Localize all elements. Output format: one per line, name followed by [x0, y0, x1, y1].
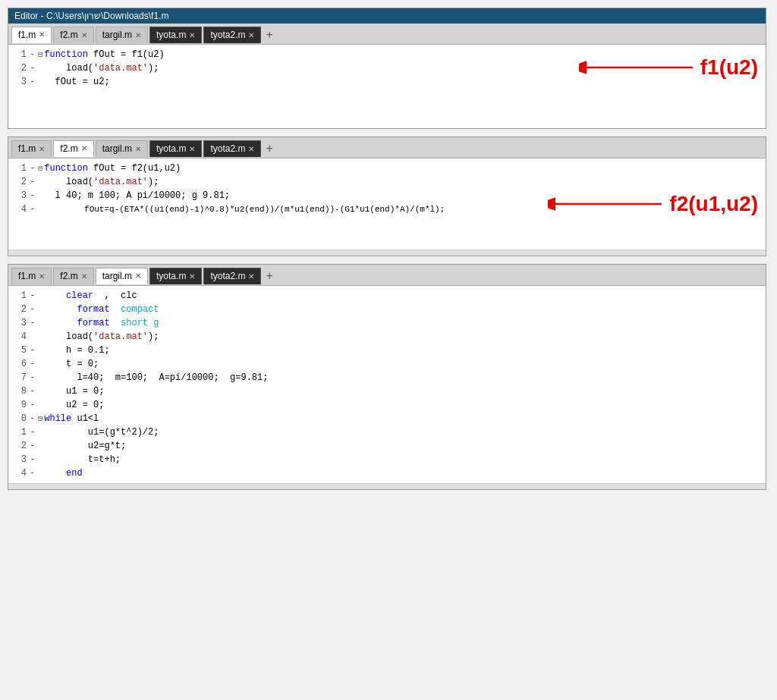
code-line: 7 - l=40; m=100; A=pi/10000; g=9.81; — [8, 371, 766, 385]
add-tab-button-1[interactable]: + — [263, 28, 275, 42]
tab-close-icon[interactable]: ✕ — [135, 145, 141, 153]
tab-close-icon[interactable]: ✕ — [248, 145, 254, 153]
tab-label: tyota.m — [156, 271, 186, 281]
tab-tyotam-1[interactable]: tyota.m ✕ — [149, 27, 202, 43]
tab-label: tyota2.m — [210, 271, 245, 281]
tab-label: f2.m — [60, 143, 77, 154]
annotation-label-1: f1(u2) — [700, 55, 758, 80]
tab-close-icon[interactable]: ✕ — [248, 272, 254, 281]
code-area-1: 1 - ⊟ function fOut = f1(u2) 2 - load('d… — [8, 45, 766, 128]
tab-label: tyota.m — [156, 30, 186, 40]
tab-f1m-1[interactable]: f1.m ✕ — [11, 27, 52, 43]
tab-f1m-3[interactable]: f1.m ✕ — [11, 268, 52, 284]
title-bar-1: Editor - C:\Users\שרון\Downloads\f1.m — [8, 8, 766, 24]
code-line: 4 load('data.mat'); — [8, 330, 766, 344]
title-text-1: Editor - C:\Users\שרון\Downloads\f1.m — [14, 11, 168, 21]
tab-tyota2m-1[interactable]: tyota2.m ✕ — [203, 27, 261, 43]
tab-label: tyota2.m — [210, 143, 245, 154]
tab-targilm-1[interactable]: targil.m ✕ — [96, 27, 148, 43]
tab-f1m-2[interactable]: f1.m ✕ — [11, 140, 52, 157]
tab-f2m-1[interactable]: f2.m ✕ — [53, 27, 93, 43]
tab-close-icon[interactable]: ✕ — [81, 272, 87, 281]
tab-tyota2m-3[interactable]: tyota2.m ✕ — [203, 268, 261, 284]
code-line: 0 - ⊟ while u1<l — [8, 412, 766, 425]
tab-close-icon[interactable]: ✕ — [135, 31, 141, 39]
scrollbar-3[interactable] — [8, 483, 766, 489]
tab-tyotam-2[interactable]: tyota.m ✕ — [149, 140, 202, 157]
code-line: 1 - u1=(g*t^2)/2; — [8, 425, 766, 439]
code-line: 2 - load('data.mat'); — [8, 175, 766, 189]
code-line: 1 - ⊟ function fOut = f2(u1,u2) — [8, 162, 766, 175]
tab-label: f2.m — [60, 271, 77, 281]
code-area-2: 1 - ⊟ function fOut = f2(u1,u2) 2 - load… — [8, 159, 766, 250]
tab-close-icon[interactable]: ✕ — [39, 272, 45, 281]
code-line: 2 - u2=g*t; — [8, 439, 766, 453]
tab-label: targil.m — [102, 143, 132, 154]
code-line: 3 - format short g — [8, 316, 766, 330]
annotation-1: f1(u2) — [579, 52, 758, 83]
scrollbar-2[interactable] — [8, 250, 766, 256]
tab-close-icon[interactable]: ✕ — [81, 144, 87, 152]
tab-label: targil.m — [102, 271, 132, 281]
tab-close-icon[interactable]: ✕ — [39, 145, 45, 153]
tab-tyotam-3[interactable]: tyota.m ✕ — [149, 268, 202, 284]
tab-label: f2.m — [60, 30, 77, 40]
tab-label: tyota2.m — [210, 30, 245, 40]
editor-window-3: f1.m ✕ f2.m ✕ targil.m ✕ tyota.m ✕ tyota… — [8, 264, 766, 490]
tab-bar-1: f1.m ✕ f2.m ✕ targil.m ✕ tyota.m ✕ tyota… — [8, 24, 766, 45]
add-tab-button-3[interactable]: + — [263, 269, 275, 283]
code-line: 9 - u2 = 0; — [8, 398, 766, 412]
code-line: 1 - clear , clc — [8, 289, 766, 303]
tab-label: f1.m — [18, 30, 36, 40]
tab-close-icon[interactable]: ✕ — [81, 31, 87, 39]
tab-bar-2: f1.m ✕ f2.m ✕ targil.m ✕ tyota.m ✕ tyota… — [8, 137, 766, 159]
tab-bar-3: f1.m ✕ f2.m ✕ targil.m ✕ tyota.m ✕ tyota… — [8, 265, 766, 286]
code-line: 4 - end — [8, 466, 766, 480]
arrow-icon-2 — [548, 189, 669, 219]
tab-label: f1.m — [18, 143, 36, 154]
tab-close-icon[interactable]: ✕ — [189, 31, 195, 39]
editor-window-2: f1.m ✕ f2.m ✕ targil.m ✕ tyota.m ✕ tyota… — [8, 137, 766, 256]
code-area-3: 1 - clear , clc 2 - format compact 3 - f… — [8, 286, 766, 483]
tab-label: tyota.m — [156, 143, 186, 154]
tab-tyota2m-2[interactable]: tyota2.m ✕ — [203, 140, 261, 157]
code-line: 3 - t=t+h; — [8, 453, 766, 466]
arrow-icon-1 — [579, 52, 700, 83]
tab-close-icon[interactable]: ✕ — [189, 145, 195, 153]
tab-close-icon[interactable]: ✕ — [248, 31, 254, 39]
tab-targilm-2[interactable]: targil.m ✕ — [96, 140, 148, 157]
tab-close-icon[interactable]: ✕ — [189, 272, 195, 281]
tab-close-icon[interactable]: ✕ — [39, 30, 45, 39]
code-line: 6 - t = 0; — [8, 357, 766, 371]
tab-label: targil.m — [102, 30, 132, 40]
tab-f2m-2[interactable]: f2.m ✕ — [53, 140, 93, 157]
code-line: 8 - u1 = 0; — [8, 385, 766, 398]
annotation-2: f2(u1,u2) — [548, 189, 758, 219]
annotation-label-2: f2(u1,u2) — [669, 192, 758, 216]
tab-label: f1.m — [18, 271, 36, 281]
add-tab-button-2[interactable]: + — [263, 142, 275, 155]
tab-targilm-3[interactable]: targil.m ✕ — [96, 268, 148, 284]
tab-close-icon[interactable]: ✕ — [135, 272, 141, 280]
code-line: 5 - h = 0.1; — [8, 344, 766, 357]
code-line: 2 - format compact — [8, 303, 766, 316]
editor-window-1: Editor - C:\Users\שרון\Downloads\f1.m f1… — [8, 8, 766, 129]
tab-f2m-3[interactable]: f2.m ✕ — [53, 268, 93, 284]
